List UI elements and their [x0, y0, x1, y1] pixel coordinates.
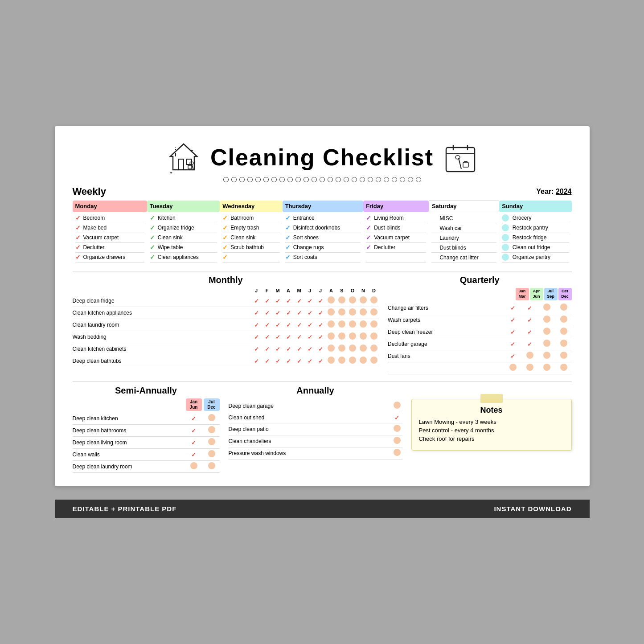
- quarterly-row: Dust fans ✓: [388, 350, 572, 362]
- saturday-header: Saturday: [429, 201, 499, 212]
- annual-row: Clean out shed ✓: [229, 412, 402, 423]
- tuesday-col: ✓Kitchen ✓Organize fridge ✓Clean sink ✓W…: [147, 212, 220, 264]
- monthly-row: Clean kitchen cabinets ✓ ✓ ✓ ✓ ✓ ✓ ✓: [73, 343, 379, 355]
- monday-col: ✓Bedroom ✓Make bed ✓Vacuum carpet ✓Declu…: [73, 212, 147, 264]
- saturday-col: MISC Wash car Laundry Dust blinds Change…: [429, 212, 499, 264]
- monthly-row: Wash bedding ✓ ✓ ✓ ✓ ✓ ✓ ✓: [73, 331, 379, 343]
- decorative-dots: [73, 177, 572, 182]
- footer-left: EDITABLE + PRINTABLE PDF: [73, 505, 177, 513]
- svg-rect-9: [188, 165, 192, 169]
- sunday-col: Grocery Restock pantry Restock fridge Cl…: [499, 212, 572, 264]
- notes-item-3: Check roof for repairs: [419, 435, 564, 442]
- semi-row: Deep clean living room ✓: [73, 437, 220, 449]
- notes-box: Notes Lawn Mowing - every 3 weeks Pest c…: [411, 399, 572, 451]
- svg-text:✦: ✦: [190, 148, 194, 153]
- notes-item-1: Lawn Mowing - every 3 weeks: [419, 418, 564, 425]
- thursday-header: Thursday: [283, 201, 363, 212]
- weekly-row-1: ✓Bedroom ✓Make bed ✓Vacuum carpet ✓Declu…: [73, 212, 572, 264]
- thursday-col: ✓Entrance ✓Disinfect doorknobs ✓Sort sho…: [283, 212, 363, 264]
- header: ✦ ✦ Cleaning Checklist: [73, 139, 572, 175]
- weekly-table: Monday Tuesday Wednesday Thursday Friday…: [73, 200, 572, 264]
- footer-right: INSTANT DOWNLOAD: [494, 505, 571, 513]
- house-icon: ✦ ✦: [166, 139, 201, 175]
- quarterly-row: Change air filters ✓ ✓: [388, 302, 572, 314]
- monthly-quarterly-section: Monthly J F M A M J J A S O N D Deep cle…: [73, 275, 572, 374]
- bottom-section: Semi-Annually JanJun JulDec Deep clean k…: [73, 386, 572, 473]
- semi-annually-section: Semi-Annually JanJun JulDec Deep clean k…: [73, 386, 220, 473]
- year-display: Year: 2024: [536, 188, 571, 196]
- wednesday-header: Wednesday: [220, 201, 282, 212]
- annual-row: Deep clean garage: [229, 400, 402, 412]
- monthly-headers: J F M A M J J A S O N D: [73, 288, 379, 293]
- quarterly-row: [388, 362, 572, 374]
- footer-bar: EDITABLE + PRINTABLE PDF INSTANT DOWNLOA…: [55, 500, 590, 518]
- annual-row: Pressure wash windows: [229, 447, 402, 459]
- semi-annually-title: Semi-Annually: [73, 386, 220, 396]
- semi-row: Deep clean bathrooms ✓: [73, 425, 220, 437]
- page-title: Cleaning Checklist: [210, 144, 434, 171]
- quarterly-title: Quarterly: [388, 275, 572, 285]
- svg-text:✦: ✦: [169, 171, 173, 175]
- annual-row: Clean chandeliers: [229, 435, 402, 447]
- notes-section: Notes Lawn Mowing - every 3 weeks Pest c…: [411, 386, 572, 451]
- svg-rect-16: [463, 163, 468, 167]
- monthly-section: Monthly J F M A M J J A S O N D Deep cle…: [73, 275, 379, 374]
- svg-point-15: [455, 156, 460, 159]
- quarterly-row: Declutter garage ✓ ✓: [388, 338, 572, 350]
- sunday-header: Sunday: [499, 201, 572, 212]
- friday-col: ✓Living Room ✓Dust blinds ✓Vacuum carpet…: [363, 212, 429, 264]
- quarterly-row: Wash carpets ✓ ✓: [388, 314, 572, 326]
- svg-rect-10: [446, 148, 475, 172]
- monthly-row: Clean kitchen appliances ✓ ✓ ✓ ✓ ✓ ✓ ✓: [73, 307, 379, 319]
- annually-title: Annually: [229, 386, 402, 396]
- quarterly-section: Quarterly JanMar AprJun JulSep OctDec Ch…: [388, 275, 572, 374]
- semi-row: Deep clean kitchen ✓: [73, 413, 220, 425]
- tuesday-header: Tuesday: [147, 201, 220, 212]
- notes-item-2: Pest control - every 4 months: [419, 427, 564, 434]
- notes-tape: [480, 394, 503, 403]
- quarterly-headers: JanMar AprJun JulSep OctDec: [388, 288, 572, 300]
- calendar-icon: [443, 139, 478, 175]
- monthly-row: Deep clean bathtubs ✓ ✓ ✓ ✓ ✓ ✓ ✓: [73, 355, 379, 367]
- notes-title: Notes: [419, 406, 564, 415]
- friday-header: Friday: [363, 201, 429, 212]
- semi-row: Deep clean laundry room: [73, 461, 220, 473]
- wednesday-col: ✓Bathroom ✓Empty trash ✓Clean sink ✓Scru…: [220, 212, 282, 264]
- monthly-title: Monthly: [73, 275, 379, 285]
- monthly-row: Clean laundry room ✓ ✓ ✓ ✓ ✓ ✓ ✓: [73, 319, 379, 331]
- annually-section: Annually Deep clean garage Clean out she…: [229, 386, 402, 459]
- semi-row: Clean walls ✓: [73, 449, 220, 461]
- weekly-header-row: Weekly Year: 2024: [73, 186, 572, 197]
- monthly-row: Deep clean fridge ✓ ✓ ✓ ✓ ✓ ✓ ✓: [73, 295, 379, 307]
- annual-row: Deep clean patio: [229, 423, 402, 435]
- quarterly-row: Deep clean freezer ✓ ✓: [388, 326, 572, 338]
- monday-header: Monday: [73, 201, 147, 212]
- svg-rect-1: [178, 159, 184, 170]
- weekly-section-label: Weekly: [73, 186, 106, 197]
- semi-annually-headers: JanJun JulDec: [73, 398, 220, 411]
- svg-line-14: [459, 158, 461, 169]
